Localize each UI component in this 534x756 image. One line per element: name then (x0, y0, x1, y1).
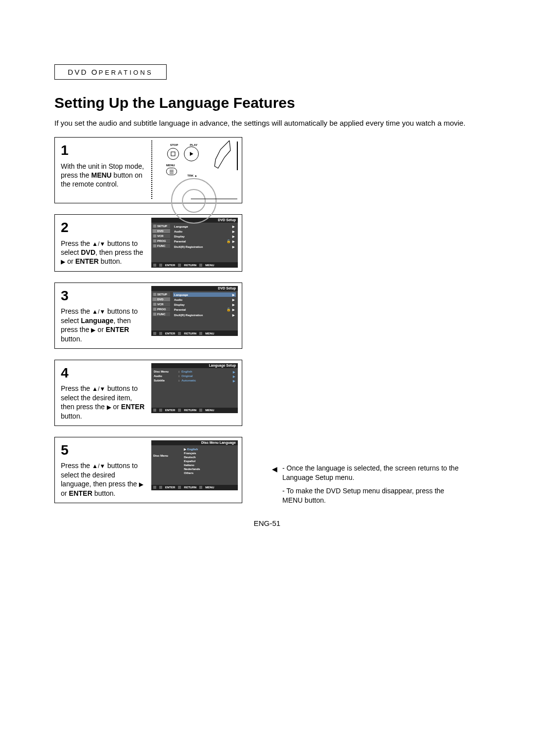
osd-footer: ENTER RETURN MENU (151, 262, 238, 268)
menu-icon (199, 264, 202, 267)
osd-screen-language-setup: Language Setup Disc Menu:English▶ Audio:… (151, 363, 238, 413)
enter-icon (159, 409, 162, 412)
enter-icon (159, 332, 162, 335)
chevron-right-icon: ▶ (232, 293, 235, 296)
notes-column: ◀ Once the language is selected, the scr… (272, 464, 460, 509)
chevron-right-icon: ▶ (232, 245, 235, 248)
menu-icon (199, 486, 202, 489)
step-number: 5 (61, 441, 146, 459)
step-number: 1 (61, 142, 146, 159)
disc-icon (153, 298, 156, 301)
chevron-right-icon: ▶ (232, 303, 235, 306)
move-icon (153, 332, 156, 335)
tape-icon (153, 235, 156, 237)
section-header-prefix: DVD O (68, 68, 99, 76)
step-instruction: Press the ▲/▼ buttons to select the desi… (61, 384, 146, 421)
osd-side-menu: SETUP DVD VCR PROG FUNC (151, 291, 171, 331)
menu-label: MENU (166, 164, 175, 167)
stop-button-icon (167, 148, 179, 160)
chevron-right-icon: ▶ (232, 313, 235, 317)
osd-side-menu: SETUP DVD VCR PROG FUNC (151, 223, 171, 262)
osd-footer: ENTER RETURN MENU (151, 331, 238, 336)
osd-main-list: Language▶ Audio▶ Display▶ Parental🔓 ▶ Di… (171, 291, 238, 331)
osd-language-options: English Français Deutsch Español Italian… (181, 445, 238, 485)
return-icon (178, 332, 181, 335)
remote-illustration: STOP PLAY MENU TRK ▲ (151, 141, 238, 200)
step-3: 3 Press the ▲/▼ buttons to select Langua… (54, 283, 242, 349)
osd-screen-dvd-setup-lang: DVD Setup SETUP DVD VCR PROG FUNC Langua… (151, 286, 238, 336)
chevron-right-icon: ▶ (232, 308, 235, 311)
enter-icon (159, 486, 162, 489)
osd-screen-dvd-setup: DVD Setup SETUP DVD VCR PROG FUNC Langua… (151, 218, 238, 268)
chevron-right-icon: ▶ (232, 240, 235, 243)
osd-footer: ENTER RETURN MENU (151, 485, 238, 490)
chevron-right-icon: ▶ (232, 298, 235, 301)
menu-icon (199, 409, 202, 412)
gear-icon (153, 293, 156, 296)
step-2: 2 Press the ▲/▼ buttons to select DVD, t… (54, 214, 242, 272)
move-icon (153, 486, 156, 489)
clock-icon (153, 239, 156, 242)
tape-icon (153, 303, 156, 306)
step-1: 1 With the unit in Stop mode, press the … (54, 137, 242, 203)
menu-icon (169, 170, 174, 174)
section-header: DVD OPERATIONS (54, 64, 167, 80)
clock-icon (153, 308, 156, 311)
chevron-right-icon: ▶ (233, 375, 235, 378)
osd-main-list: Language▶ Audio▶ Display▶ Parental🔓 ▶ Di… (171, 223, 238, 262)
enter-icon (159, 264, 162, 267)
note-item: To make the DVD Setup menu disappear, pr… (282, 486, 460, 505)
step-instruction: Press the ▲/▼ buttons to select the desi… (61, 461, 146, 498)
return-icon (178, 264, 181, 267)
disc-icon (153, 230, 156, 233)
note-item: Once the language is selected, the scree… (282, 464, 460, 482)
return-icon (178, 409, 181, 412)
step-4: 4 Press the ▲/▼ buttons to select the de… (54, 360, 242, 426)
step-number: 4 (61, 364, 146, 382)
lock-icon: 🔓 (226, 239, 231, 243)
hand-icon (191, 141, 238, 200)
grid-icon (153, 313, 156, 316)
step-instruction: With the unit in Stop mode, press the ME… (61, 162, 146, 189)
step-instruction: Press the ▲/▼ buttons to select Language… (61, 307, 146, 343)
osd-screen-disc-menu-lang: Disc Menu Language Disc Menu English Fra… (151, 440, 238, 490)
lock-icon: 🔓 (226, 308, 231, 311)
notes-list: Once the language is selected, the scree… (282, 464, 460, 509)
menu-icon (199, 332, 202, 335)
chevron-right-icon: ▶ (233, 379, 235, 382)
osd-footer: ENTER RETURN MENU (151, 408, 238, 413)
osd-header: Language Setup (151, 363, 238, 368)
chevron-right-icon: ▶ (232, 230, 235, 233)
return-icon (178, 486, 181, 489)
page-number: ENG-51 (54, 519, 480, 527)
osd-header: DVD Setup (151, 286, 238, 291)
osd-side-label: Disc Menu (151, 445, 181, 485)
chevron-right-icon: ▶ (232, 225, 235, 228)
stop-label: STOP (170, 143, 178, 146)
osd-header: Disc Menu Language (151, 440, 238, 445)
steps-column: 1 With the unit in Stop mode, press the … (54, 137, 252, 514)
grid-icon (153, 244, 156, 247)
chevron-right-icon: ▶ (232, 235, 235, 238)
stop-icon (171, 151, 176, 156)
move-icon (153, 264, 156, 267)
chevron-right-icon: ▶ (233, 370, 235, 374)
svg-rect-0 (171, 152, 175, 156)
section-header-suffix: PERATIONS (99, 69, 153, 76)
menu-button-icon (166, 168, 177, 175)
pointer-left-icon: ◀ (272, 465, 277, 509)
step-number: 3 (61, 287, 146, 305)
move-icon (153, 409, 156, 412)
osd-lang-list: Disc Menu:English▶ Audio:Original▶ Subti… (151, 368, 238, 408)
step-5: 5 Press the ▲/▼ buttons to select the de… (54, 437, 242, 503)
gear-icon (153, 225, 156, 228)
remote-edge-left (151, 141, 152, 200)
intro-text: If you set the audio and subtitle langua… (54, 118, 480, 128)
page-title: Setting Up the Language Features (54, 94, 480, 111)
step-instruction: Press the ▲/▼ buttons to select DVD, the… (61, 239, 146, 266)
step-number: 2 (61, 219, 146, 236)
